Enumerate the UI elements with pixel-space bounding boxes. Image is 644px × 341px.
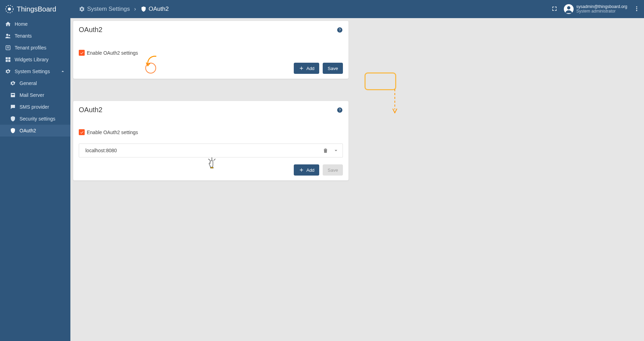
annotation-ring-add (366, 73, 395, 89)
chevron-down-icon[interactable] (333, 147, 339, 154)
sidebar: Home Tenants Tenant profiles Widgets Lib… (0, 18, 70, 341)
shield-icon (140, 6, 147, 12)
annotation-arrow-dashed (392, 89, 397, 114)
mail-icon (10, 92, 16, 98)
sidebar-item-label: Mail Server (20, 92, 44, 98)
svg-point-8 (9, 34, 10, 36)
svg-point-5 (636, 8, 637, 9)
breadcrumb-sep: › (134, 6, 136, 13)
card-title: OAuth2 (79, 26, 102, 34)
oauth2-card-after: OAuth2 ? Enable OAuth2 settings localhos… (73, 101, 348, 180)
svg-rect-12 (6, 60, 8, 62)
sms-icon (10, 104, 16, 110)
tenant-profile-icon (5, 45, 11, 51)
gear-icon (5, 68, 11, 75)
shield-icon (10, 127, 16, 134)
shield-icon (10, 116, 16, 122)
sidebar-sub-security[interactable]: Security settings (0, 113, 70, 125)
help-icon[interactable]: ? (337, 27, 343, 33)
sidebar-item-label: Home (15, 21, 28, 27)
sidebar-sub-sms[interactable]: SMS provider (0, 101, 70, 113)
plus-icon (299, 167, 304, 173)
sidebar-item-widgets[interactable]: Widgets Library (0, 54, 70, 65)
sidebar-item-label: Tenant profiles (15, 45, 46, 51)
add-button[interactable]: Add (294, 63, 319, 74)
svg-rect-13 (8, 60, 10, 62)
sidebar-item-label: OAuth2 (20, 128, 36, 133)
enable-oauth2-label: Enable OAuth2 settings (87, 50, 138, 56)
svg-point-3 (567, 6, 570, 9)
sidebar-sub-mail[interactable]: Mail Server (0, 89, 70, 101)
save-button-label: Save (328, 66, 338, 71)
sidebar-sub-general[interactable]: General (0, 77, 70, 89)
sidebar-sub-oauth2[interactable]: OAuth2 (0, 125, 70, 137)
sidebar-item-label: General (20, 80, 37, 86)
chevron-up-icon (60, 69, 66, 74)
sidebar-item-label: System Settings (15, 69, 50, 74)
card-title: OAuth2 (79, 106, 102, 114)
plus-icon (299, 65, 304, 71)
user-role: System administrator (576, 9, 627, 14)
avatar-icon (564, 4, 574, 14)
breadcrumb-parent[interactable]: System Settings (87, 6, 130, 13)
widgets-icon (5, 56, 11, 63)
check-icon (80, 51, 84, 55)
more-button[interactable] (632, 4, 641, 14)
home-icon (5, 21, 11, 27)
save-button[interactable]: Save (323, 63, 343, 74)
svg-text:?: ? (339, 28, 341, 32)
svg-rect-10 (6, 57, 8, 59)
thingsboard-logo-icon (5, 5, 14, 14)
logo[interactable]: ThingsBoard (5, 5, 70, 14)
supervisor-icon (5, 33, 11, 39)
main-content: OAuth2 ? Enable OAuth2 settings Add Sav (70, 18, 644, 341)
add-button[interactable]: Add (294, 164, 319, 176)
save-button-label: Save (328, 168, 338, 173)
domain-row[interactable]: localhost:8080 (79, 144, 343, 157)
sidebar-item-home[interactable]: Home (0, 18, 70, 30)
logo-text: ThingsBoard (17, 5, 56, 13)
add-button-label: Add (306, 168, 314, 173)
fullscreen-icon (551, 6, 558, 12)
domain-label: localhost:8080 (85, 148, 117, 153)
check-icon (80, 130, 84, 134)
svg-point-6 (636, 10, 637, 11)
breadcrumb-current: OAuth2 (149, 6, 169, 13)
delete-icon[interactable] (322, 147, 329, 154)
svg-point-7 (6, 34, 8, 36)
enable-oauth2-checkbox[interactable] (79, 129, 85, 135)
save-button: Save (323, 164, 343, 176)
sidebar-item-label: SMS provider (20, 104, 49, 110)
sidebar-item-label: Widgets Library (15, 57, 48, 62)
sidebar-item-label: Tenants (15, 33, 32, 39)
sidebar-item-system-settings[interactable]: System Settings (0, 65, 70, 77)
help-icon[interactable]: ? (337, 107, 343, 113)
enable-oauth2-label: Enable OAuth2 settings (87, 130, 138, 135)
sidebar-item-tenant-profiles[interactable]: Tenant profiles (0, 42, 70, 54)
fullscreen-button[interactable] (550, 4, 559, 14)
svg-point-4 (636, 6, 637, 7)
enable-oauth2-checkbox[interactable] (79, 50, 85, 56)
topbar: ThingsBoard System Settings › OAuth2 sys… (0, 0, 644, 18)
svg-point-1 (8, 8, 11, 11)
user-menu[interactable]: sysadmin@thingsboard.org System administ… (564, 4, 627, 14)
sidebar-item-tenants[interactable]: Tenants (0, 30, 70, 42)
svg-text:?: ? (339, 108, 341, 112)
sidebar-item-label: Security settings (20, 116, 55, 122)
oauth2-card-before: OAuth2 ? Enable OAuth2 settings Add Sav (73, 21, 348, 79)
breadcrumb: System Settings › OAuth2 (79, 6, 169, 13)
add-button-label: Add (306, 66, 314, 71)
gear-icon (79, 6, 85, 12)
gear-icon (10, 80, 16, 86)
svg-rect-11 (8, 57, 10, 59)
more-vert-icon (634, 6, 640, 12)
